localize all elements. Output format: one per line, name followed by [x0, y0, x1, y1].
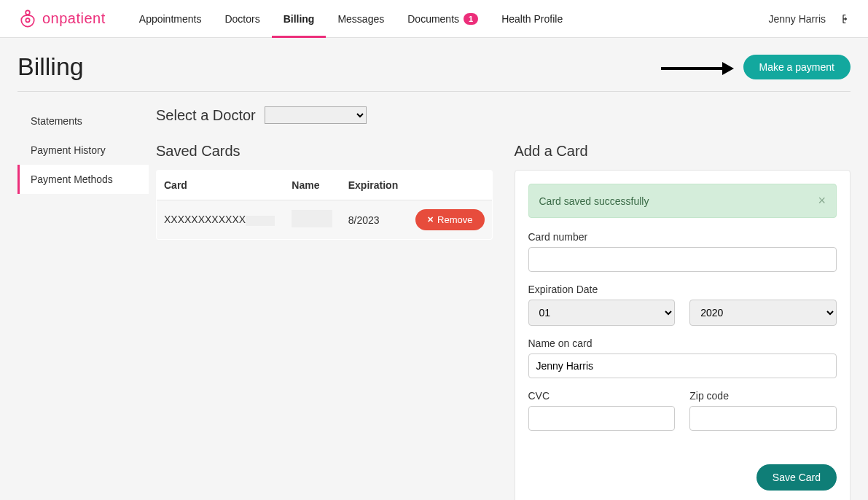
annotation-arrow-icon — [661, 60, 734, 77]
select-doctor-row: Select a Doctor — [156, 106, 851, 124]
save-card-button[interactable]: Save Card — [756, 464, 837, 491]
nav-appointments[interactable]: Appointments — [128, 0, 214, 38]
saved-card-row: XXXXXXXXXXXX 8/2023 ✕ Remove — [157, 200, 493, 240]
col-card: Card — [157, 171, 285, 200]
onpatient-logo-icon — [17, 9, 38, 29]
saved-cards-table: Card Name Expiration XXXXXXXXXXXX — [156, 170, 493, 240]
saved-card-number: XXXXXXXXXXXX — [157, 200, 285, 240]
name-on-card-label: Name on card — [528, 337, 837, 349]
nav-documents[interactable]: Documents 1 — [396, 0, 490, 38]
alert-text: Card saved successfully — [539, 195, 649, 207]
remove-card-button[interactable]: ✕ Remove — [415, 209, 484, 230]
add-card-form: Card saved successfully × Card number Ex… — [515, 170, 851, 500]
logout-icon[interactable] — [839, 13, 851, 25]
col-name: Name — [284, 171, 340, 200]
col-expiration: Expiration — [341, 171, 407, 200]
main-nav: Appointments Doctors Billing Messages Do… — [128, 0, 769, 38]
make-payment-button[interactable]: Make a payment — [743, 55, 851, 79]
cvc-input[interactable] — [528, 406, 676, 431]
nav-billing[interactable]: Billing — [272, 0, 327, 38]
documents-badge: 1 — [464, 13, 478, 25]
user-area: Jenny Harris — [768, 13, 851, 25]
page-header: Billing Make a payment — [17, 52, 851, 92]
saved-cards-title: Saved Cards — [156, 143, 493, 160]
add-card-title: Add a Card — [515, 143, 851, 160]
expiration-label: Expiration Date — [528, 284, 837, 295]
card-number-label: Card number — [528, 231, 837, 243]
brand-name: onpatient — [42, 10, 106, 27]
card-number-input[interactable] — [528, 247, 837, 272]
exp-year-select[interactable]: 2020 — [689, 300, 837, 326]
select-doctor-label: Select a Doctor — [156, 107, 256, 124]
brand-logo[interactable]: onpatient — [17, 9, 106, 29]
svg-point-0 — [26, 10, 30, 15]
user-name[interactable]: Jenny Harris — [768, 13, 826, 25]
saved-card-name — [284, 200, 340, 240]
page-title: Billing — [17, 52, 84, 81]
billing-sidebar: Statements Payment History Payment Metho… — [17, 106, 149, 500]
nav-messages[interactable]: Messages — [326, 0, 396, 38]
close-icon: ✕ — [427, 215, 434, 224]
sidebar-item-payment-methods[interactable]: Payment Methods — [17, 165, 149, 194]
nav-doctors[interactable]: Doctors — [213, 0, 271, 38]
svg-marker-2 — [722, 62, 734, 75]
sidebar-item-payment-history[interactable]: Payment History — [17, 136, 149, 165]
sidebar-item-statements[interactable]: Statements — [17, 106, 149, 136]
zip-input[interactable] — [689, 406, 837, 431]
alert-close-icon[interactable]: × — [818, 193, 826, 208]
cvc-label: CVC — [528, 390, 676, 402]
top-nav: onpatient Appointments Doctors Billing M… — [0, 0, 868, 38]
nav-health-profile[interactable]: Health Profile — [490, 0, 574, 38]
saved-card-expiration: 8/2023 — [341, 200, 407, 240]
exp-month-select[interactable]: 01 — [528, 300, 676, 326]
success-alert: Card saved successfully × — [528, 184, 837, 218]
zip-label: Zip code — [689, 390, 837, 402]
select-doctor-dropdown[interactable] — [265, 106, 367, 124]
name-on-card-input[interactable] — [528, 353, 837, 378]
